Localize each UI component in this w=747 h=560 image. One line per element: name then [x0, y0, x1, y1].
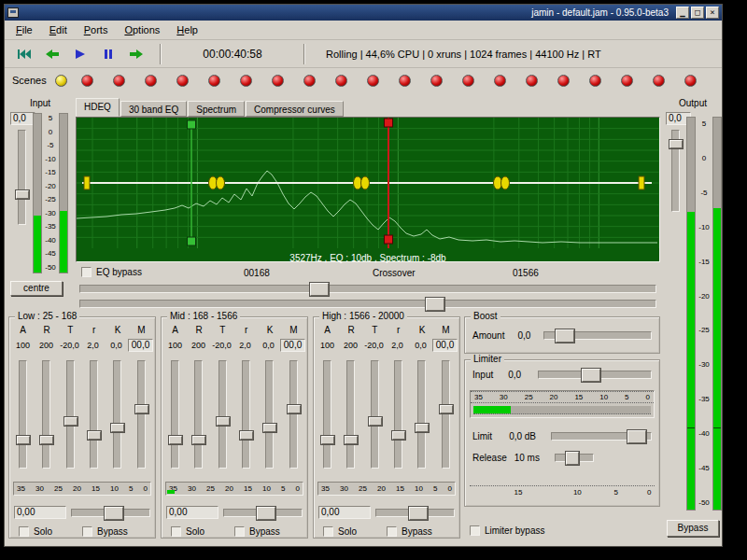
scene-led[interactable] — [335, 75, 347, 87]
eq-marker-green-bottom-handle[interactable] — [188, 237, 196, 245]
limiter-release-slider[interactable] — [555, 454, 594, 462]
ratio-slider[interactable] — [242, 360, 250, 469]
scene-led[interactable] — [399, 75, 411, 87]
ratio-slider[interactable] — [394, 360, 402, 469]
slider-handle[interactable] — [263, 424, 276, 432]
step-back-button[interactable] — [38, 43, 66, 65]
scene-led[interactable] — [367, 75, 379, 87]
slider-handle[interactable] — [288, 405, 301, 413]
play-button[interactable] — [66, 43, 94, 65]
menu-ports[interactable]: Ports — [77, 22, 116, 37]
attack-slider[interactable] — [171, 360, 179, 469]
band-gain-slider[interactable] — [223, 509, 303, 517]
slider-handle[interactable] — [416, 424, 429, 432]
limiter-limit-slider[interactable] — [551, 432, 652, 441]
slider-handle[interactable] — [369, 417, 382, 426]
bypass-checkbox[interactable]: Bypass — [234, 526, 280, 537]
input-fader-handle[interactable] — [16, 190, 29, 199]
slider-handle[interactable] — [169, 436, 182, 444]
scene-led[interactable] — [557, 75, 570, 87]
minimize-button[interactable]: ▁ — [676, 7, 689, 19]
pause-button[interactable] — [94, 43, 122, 65]
slider-handle[interactable] — [582, 369, 600, 382]
close-button[interactable]: × — [706, 7, 719, 19]
release-slider[interactable] — [194, 360, 203, 469]
scene-led[interactable] — [208, 75, 220, 87]
crossover-low-handle[interactable] — [310, 283, 329, 296]
output-fader-handle[interactable] — [669, 140, 683, 148]
threshold-slider[interactable] — [218, 360, 227, 469]
solo-checkbox[interactable]: Solo — [171, 526, 204, 537]
slider-handle[interactable] — [40, 436, 53, 444]
scene-led[interactable] — [240, 75, 252, 87]
crossover-handle-high[interactable] — [501, 176, 510, 189]
slider-handle[interactable] — [440, 405, 453, 413]
threshold-slider[interactable] — [66, 360, 75, 469]
maximize-button[interactable]: □ — [691, 7, 704, 19]
tab-spectrum[interactable]: Spectrum — [188, 101, 245, 117]
band-gain-slider[interactable] — [71, 509, 150, 517]
menu-file[interactable]: File — [8, 22, 40, 37]
eq-bypass-checkbox[interactable]: EQ bypass — [81, 267, 142, 277]
tab-compressor-curves[interactable]: Compressor curves — [246, 101, 344, 117]
slider-handle[interactable] — [64, 417, 78, 426]
crossover-handle-mid[interactable] — [361, 176, 370, 189]
slider-handle[interactable] — [556, 329, 574, 343]
scene-led[interactable] — [621, 75, 633, 87]
makeup-entry[interactable]: 00,0 — [128, 339, 153, 352]
scene-led[interactable] — [303, 75, 316, 87]
scene-led[interactable] — [589, 75, 601, 87]
output-bypass-button[interactable]: Bypass — [667, 520, 719, 537]
slider-handle[interactable] — [192, 436, 205, 444]
scene-led[interactable] — [684, 75, 697, 87]
slider-handle[interactable] — [240, 431, 253, 440]
release-slider[interactable] — [346, 360, 355, 469]
tab-hdeq[interactable]: HDEQ — [76, 98, 120, 117]
tab-30-band-eq[interactable]: 30 band EQ — [120, 101, 187, 117]
scene-led[interactable] — [145, 75, 157, 87]
makeup-slider[interactable] — [442, 360, 450, 469]
scene-led[interactable] — [430, 75, 443, 87]
makeup-entry[interactable]: 00,0 — [280, 339, 305, 352]
hdeq-graph[interactable]: 3527Hz , EQ : 10db , Spectrum : -8db — [76, 117, 660, 262]
threshold-slider[interactable] — [371, 360, 379, 469]
slider-handle[interactable] — [627, 430, 646, 443]
slider-handle[interactable] — [105, 507, 123, 520]
slider-handle[interactable] — [17, 436, 30, 444]
slider-handle[interactable] — [135, 405, 148, 413]
knee-slider[interactable] — [113, 360, 121, 469]
bypass-checkbox[interactable]: Bypass — [387, 526, 432, 537]
slider-handle[interactable] — [88, 431, 101, 440]
scene-led[interactable] — [526, 75, 538, 87]
scene-led[interactable] — [462, 75, 474, 87]
scene-led[interactable] — [272, 75, 284, 87]
centre-button[interactable]: centre — [10, 281, 63, 296]
ratio-slider[interactable] — [90, 360, 98, 469]
step-forward-button[interactable] — [122, 43, 150, 65]
eq-marker-green-top-handle[interactable] — [188, 120, 196, 129]
menu-edit[interactable]: Edit — [42, 22, 75, 37]
crossover-handle-left-edge[interactable] — [84, 176, 90, 189]
slider-handle[interactable] — [111, 424, 124, 432]
slider-handle[interactable] — [392, 431, 405, 440]
scene-led[interactable] — [176, 75, 189, 87]
crossover-high-handle[interactable] — [426, 298, 444, 311]
crossover-handle-right-edge[interactable] — [639, 176, 644, 189]
scene-led[interactable] — [653, 75, 665, 87]
eq-marker-red-top-handle[interactable] — [385, 119, 393, 127]
slider-handle[interactable] — [566, 452, 579, 465]
crossover-high-slider[interactable] — [79, 300, 656, 308]
slider-handle[interactable] — [321, 436, 334, 444]
limiter-input-slider[interactable] — [538, 371, 652, 379]
solo-checkbox[interactable]: Solo — [19, 526, 52, 537]
crossover-low-slider[interactable] — [79, 285, 656, 293]
scene-led[interactable] — [494, 75, 506, 87]
slider-handle[interactable] — [409, 507, 428, 520]
slider-handle[interactable] — [257, 507, 275, 520]
solo-checkbox[interactable]: Solo — [323, 526, 357, 537]
eq-marker-red-bottom-handle[interactable] — [385, 235, 393, 244]
menu-options[interactable]: Options — [117, 22, 167, 37]
crossover-handle-low[interactable] — [217, 176, 225, 189]
scene-led-active[interactable] — [55, 75, 67, 87]
band-gain-slider[interactable] — [375, 509, 455, 517]
